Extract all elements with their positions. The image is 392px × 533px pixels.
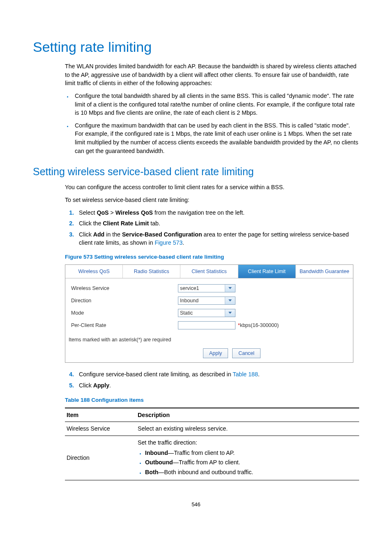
tab-wireless-qos[interactable]: Wireless QoS <box>65 265 123 278</box>
label-per-client-rate: Per-Client Rate <box>69 322 178 329</box>
figure-573-panel: Wireless QoS Radio Statistics Client Sta… <box>65 264 353 363</box>
tab-client-rate-limit[interactable]: Client Rate Limit <box>238 265 296 278</box>
col-item: Item <box>65 408 136 422</box>
label-mode: Mode <box>69 309 178 317</box>
label-direction: Direction <box>69 297 178 304</box>
cancel-button[interactable]: Cancel <box>232 348 261 358</box>
figure-title: Figure 573 Setting wireless service-base… <box>65 253 359 261</box>
apply-button[interactable]: Apply <box>203 348 228 358</box>
input-per-client-rate[interactable] <box>178 321 235 329</box>
section-heading: Setting wireless service-based client ra… <box>33 164 359 179</box>
required-note: Items marked with an asterisk(*) are req… <box>65 334 353 346</box>
hint-per-client-rate: *kbps(16-300000) <box>238 322 279 329</box>
intro-paragraph: The WLAN provides limited bandwidth for … <box>65 62 359 88</box>
table-title: Table 188 Configuration items <box>65 396 359 404</box>
tab-bandwidth-guarantee[interactable]: Bandwidth Guarantee <box>296 265 353 278</box>
col-description: Description <box>136 408 359 422</box>
step-1: Select QoS > Wireless QoS from the navig… <box>76 209 359 217</box>
bullet-dynamic-mode: Configure the total bandwidth shared by … <box>72 92 359 117</box>
table-row: Direction Set the traffic direction: Inb… <box>65 436 359 480</box>
tab-radio-statistics[interactable]: Radio Statistics <box>123 265 180 278</box>
chevron-down-icon <box>225 285 235 292</box>
step-4: Configure service-based client rate limi… <box>76 370 359 379</box>
label-wireless-service: Wireless Service <box>69 285 178 292</box>
figure-573-link[interactable]: Figure 573 <box>155 239 183 246</box>
select-mode[interactable]: Static <box>178 309 235 317</box>
chevron-down-icon <box>225 297 235 304</box>
step-5: Click Apply. <box>76 381 359 390</box>
table-row: Wireless Service Select an existing wire… <box>65 422 359 436</box>
chevron-down-icon <box>225 309 235 317</box>
section-intro-1: You can configure the access controller … <box>65 183 359 192</box>
select-wireless-service[interactable]: service1 <box>178 284 235 292</box>
table-188-link[interactable]: Table 188 <box>233 371 258 378</box>
bullet-static-mode: Configure the maximum bandwidth that can… <box>72 121 359 155</box>
select-direction[interactable]: Inbound <box>178 297 235 305</box>
step-3: Click Add in the Service-Based Configura… <box>76 230 359 247</box>
section-intro-2: To set wireless service-based client rat… <box>65 196 359 204</box>
page-title: Setting rate limiting <box>33 37 359 57</box>
step-2: Click the Client Rate Limit tab. <box>76 219 359 228</box>
configuration-table: Item Description Wireless Service Select… <box>65 408 359 481</box>
page-number: 546 <box>33 501 359 509</box>
tab-client-statistics[interactable]: Client Statistics <box>180 265 238 278</box>
